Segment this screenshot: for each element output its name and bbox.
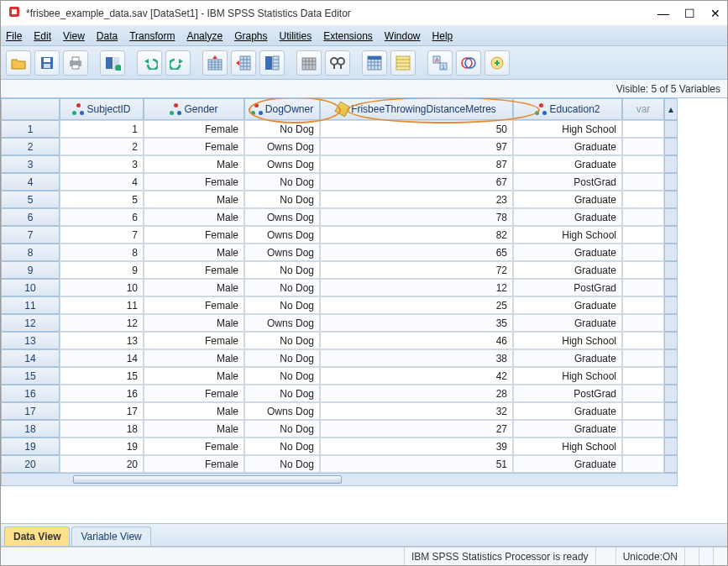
cell-frisbee[interactable]: 87	[320, 155, 513, 173]
minimize-button[interactable]: —	[657, 7, 669, 20]
row-header[interactable]: 3	[1, 155, 60, 173]
cell-education2[interactable]: High School	[513, 332, 622, 349]
cell-empty[interactable]	[622, 314, 664, 332]
goto-variable-button[interactable]	[231, 50, 256, 76]
cell-gender[interactable]: Female	[144, 261, 244, 279]
cell-empty[interactable]	[622, 420, 664, 438]
row-header[interactable]: 12	[1, 314, 60, 332]
cell-education2[interactable]: PostGrad	[513, 173, 622, 191]
cell-subjectid[interactable]: 1	[60, 120, 144, 138]
row-header[interactable]: 7	[1, 226, 60, 244]
cell-dogowner[interactable]: No Dog	[244, 173, 320, 191]
row-header[interactable]: 20	[1, 455, 60, 473]
menu-edit[interactable]: Edit	[34, 30, 51, 42]
find-button[interactable]	[325, 50, 350, 76]
cell-frisbee[interactable]: 78	[320, 208, 513, 226]
cell-gender[interactable]: Female	[144, 296, 244, 314]
cell-dogowner[interactable]: No Dog	[244, 438, 320, 455]
cell-frisbee[interactable]: 39	[320, 438, 513, 455]
cell-gender[interactable]: Male	[144, 279, 244, 296]
hscroll-thumb[interactable]	[73, 475, 342, 484]
cell-education2[interactable]: Graduate	[513, 155, 622, 173]
menu-analyze[interactable]: Analyze	[186, 30, 223, 42]
vscroll-track[interactable]	[664, 455, 678, 473]
cell-subjectid[interactable]: 13	[60, 332, 144, 349]
cell-frisbee[interactable]: 51	[320, 455, 513, 473]
cell-dogowner[interactable]: Owns Dog	[244, 155, 320, 173]
vscroll-track[interactable]	[664, 155, 678, 173]
cell-subjectid[interactable]: 2	[60, 138, 144, 155]
recall-dialog-button[interactable]	[100, 50, 125, 76]
cell-gender[interactable]: Female	[144, 138, 244, 155]
cell-dogowner[interactable]: No Dog	[244, 261, 320, 279]
menu-data[interactable]: Data	[97, 30, 118, 42]
cell-empty[interactable]	[622, 296, 664, 314]
cell-gender[interactable]: Female	[144, 332, 244, 349]
cell-frisbee[interactable]: 27	[320, 420, 513, 438]
cell-empty[interactable]	[622, 261, 664, 279]
vscroll-track[interactable]	[664, 402, 678, 420]
row-header[interactable]: 17	[1, 402, 60, 420]
cell-empty[interactable]	[622, 455, 664, 473]
cell-education2[interactable]: Graduate	[513, 208, 622, 226]
cell-subjectid[interactable]: 16	[60, 385, 144, 402]
corner-header[interactable]	[1, 98, 60, 120]
cell-gender[interactable]: Female	[144, 173, 244, 191]
vscroll-track[interactable]	[664, 279, 678, 296]
cell-frisbee[interactable]: 67	[320, 173, 513, 191]
cell-education2[interactable]: High School	[513, 438, 622, 455]
cell-frisbee[interactable]: 35	[320, 314, 513, 332]
row-header[interactable]: 5	[1, 191, 60, 208]
show-all-button[interactable]	[484, 50, 510, 76]
cell-subjectid[interactable]: 18	[60, 420, 144, 438]
cell-subjectid[interactable]: 14	[60, 349, 144, 367]
cell-subjectid[interactable]: 3	[60, 155, 144, 173]
cell-subjectid[interactable]: 8	[60, 244, 144, 261]
menu-graphs[interactable]: Graphs	[234, 30, 267, 42]
row-header[interactable]: 13	[1, 332, 60, 349]
cell-subjectid[interactable]: 7	[60, 226, 144, 244]
cell-dogowner[interactable]: No Dog	[244, 385, 320, 402]
use-sets-button[interactable]	[456, 50, 481, 76]
vscroll-track[interactable]	[664, 332, 678, 349]
tab-data-view[interactable]: Data View	[4, 527, 70, 546]
cell-dogowner[interactable]: No Dog	[244, 332, 320, 349]
cell-frisbee[interactable]: 65	[320, 244, 513, 261]
cell-subjectid[interactable]: 11	[60, 296, 144, 314]
cell-dogowner[interactable]: No Dog	[244, 296, 320, 314]
cell-frisbee[interactable]: 97	[320, 138, 513, 155]
cell-gender[interactable]: Female	[144, 120, 244, 138]
menu-file[interactable]: File	[6, 30, 22, 42]
cell-education2[interactable]: High School	[513, 367, 622, 385]
cell-subjectid[interactable]: 4	[60, 173, 144, 191]
cell-empty[interactable]	[622, 120, 664, 138]
value-labels-button[interactable]: A1	[427, 50, 453, 76]
cell-gender[interactable]: Male	[144, 314, 244, 332]
save-button[interactable]	[34, 50, 60, 76]
col-header-education2[interactable]: Education2	[513, 98, 622, 120]
maximize-button[interactable]: ☐	[684, 7, 695, 20]
cell-frisbee[interactable]: 46	[320, 332, 513, 349]
row-header[interactable]: 9	[1, 261, 60, 279]
redo-button[interactable]	[165, 50, 191, 76]
cell-empty[interactable]	[622, 279, 664, 296]
cell-subjectid[interactable]: 5	[60, 191, 144, 208]
cell-gender[interactable]: Male	[144, 349, 244, 367]
cell-empty[interactable]	[622, 191, 664, 208]
hscroll-bar[interactable]	[1, 473, 678, 486]
row-header[interactable]: 18	[1, 420, 60, 438]
vscroll-track[interactable]	[664, 173, 678, 191]
cell-education2[interactable]: Graduate	[513, 296, 622, 314]
menu-window[interactable]: Window	[385, 30, 421, 42]
cell-subjectid[interactable]: 12	[60, 314, 144, 332]
vscroll-track[interactable]	[664, 226, 678, 244]
cell-education2[interactable]: Graduate	[513, 402, 622, 420]
cell-education2[interactable]: Graduate	[513, 261, 622, 279]
vscroll-track[interactable]	[664, 191, 678, 208]
cell-frisbee[interactable]: 42	[320, 367, 513, 385]
cell-dogowner[interactable]: Owns Dog	[244, 244, 320, 261]
cell-gender[interactable]: Male	[144, 402, 244, 420]
cell-education2[interactable]: Graduate	[513, 349, 622, 367]
row-header[interactable]: 2	[1, 138, 60, 155]
row-header[interactable]: 1	[1, 120, 60, 138]
